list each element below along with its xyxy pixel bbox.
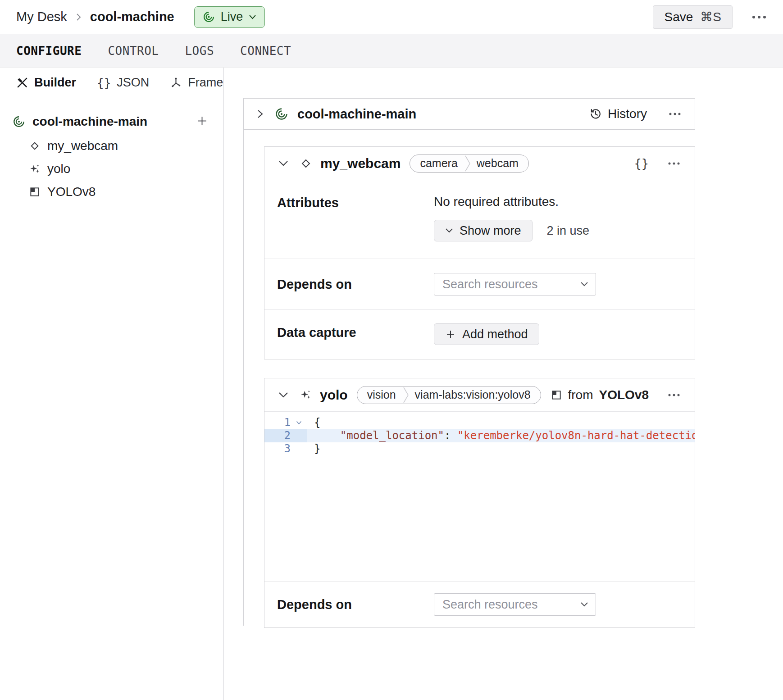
- code-line[interactable]: 3}: [264, 442, 695, 455]
- code-content[interactable]: {: [307, 416, 695, 429]
- yolo-more-button[interactable]: [667, 393, 681, 397]
- attributes-row: Attributes No required attributes. Show …: [264, 180, 695, 259]
- depends-on-row: Depends on Search resources: [264, 259, 695, 310]
- live-status-button[interactable]: Live: [194, 6, 265, 28]
- axes-icon: [170, 77, 182, 89]
- tree-item-yolov8[interactable]: YOLOv8: [0, 180, 223, 203]
- chevron-down-icon: [249, 14, 256, 20]
- breadcrumb-root-link[interactable]: My Desk: [16, 9, 67, 24]
- mode-tab-label: Frame: [188, 76, 223, 90]
- ellipsis-icon: [751, 14, 767, 20]
- tab-connect[interactable]: CONNECT: [240, 44, 291, 58]
- json-separator: :: [444, 429, 457, 442]
- yolo-service-card: yolo vision viam-labs:vision:yolov8: [264, 378, 695, 628]
- chevron-down-icon: [445, 228, 453, 233]
- tree-root-item[interactable]: cool-machine-main: [0, 109, 223, 134]
- depends-on-select[interactable]: Search resources: [434, 593, 596, 616]
- code-line[interactable]: 1{: [264, 416, 695, 429]
- type-badge-label: vision: [357, 388, 402, 401]
- breadcrumb: My Desk cool-machine: [16, 9, 174, 24]
- top-header: My Desk cool-machine Live Save ⌘: [0, 0, 783, 34]
- add-method-button[interactable]: Add method: [434, 323, 539, 345]
- history-button[interactable]: History: [589, 107, 647, 121]
- chevron-right-icon: [75, 12, 82, 23]
- content-area: Builder {} JSON Frame: [0, 68, 783, 700]
- config-mode-tabs: Builder {} JSON Frame: [0, 68, 223, 98]
- collapse-chevron-down-icon[interactable]: [278, 391, 289, 398]
- ellipsis-icon: [668, 112, 682, 116]
- model-badge-label: webcam: [471, 157, 528, 170]
- mode-tab-json[interactable]: {} JSON: [97, 76, 149, 90]
- mode-tab-builder[interactable]: Builder: [16, 76, 76, 90]
- tree-root-label: cool-machine-main: [32, 114, 147, 129]
- history-icon: [589, 108, 602, 120]
- add-method-label: Add method: [462, 327, 528, 341]
- main-nav-tabs: CONFIGURE CONTROL LOGS CONNECT: [0, 34, 783, 68]
- tree-item-label: my_webcam: [47, 139, 118, 153]
- json-key: "model_location": [340, 429, 444, 442]
- tab-logs[interactable]: LOGS: [185, 44, 214, 58]
- diamond-component-icon: [29, 140, 41, 152]
- tree-item-yolo[interactable]: yolo: [0, 157, 223, 180]
- plus-icon: [445, 329, 456, 340]
- depends-on-label: Depends on: [277, 277, 434, 292]
- attributes-code-editor[interactable]: 1{ 2 "model_location": "keremberke/yolov…: [264, 412, 695, 582]
- yolo-depends-on-row: Depends on Search resources: [264, 582, 695, 627]
- tab-configure[interactable]: CONFIGURE: [16, 44, 82, 58]
- save-shortcut: ⌘S: [700, 9, 721, 24]
- type-badge-label: camera: [410, 157, 464, 170]
- webcam-more-button[interactable]: [667, 161, 681, 166]
- braces-icon: {}: [97, 76, 111, 90]
- part-more-button[interactable]: [668, 112, 682, 116]
- tab-control[interactable]: CONTROL: [108, 44, 159, 58]
- data-capture-label: Data capture: [277, 323, 434, 345]
- attributes-label: Attributes: [277, 194, 434, 245]
- mode-tab-label: JSON: [117, 76, 149, 90]
- viam-machine-page: My Desk cool-machine Live Save ⌘: [0, 0, 783, 700]
- diamond-component-icon: [300, 157, 312, 170]
- tree-item-my-webcam[interactable]: my_webcam: [0, 134, 223, 157]
- tree-connector-line: [243, 130, 244, 626]
- indent: [314, 429, 340, 442]
- live-label: Live: [221, 10, 243, 24]
- select-placeholder: Search resources: [442, 598, 538, 612]
- part-card-actions: History: [589, 107, 682, 121]
- service-type-badge: vision viam-labs:vision:yolov8: [357, 386, 541, 404]
- machine-part-icon: [13, 115, 25, 128]
- json-view-button[interactable]: {}: [634, 156, 649, 170]
- sparkles-service-icon: [300, 389, 312, 401]
- sparkles-service-icon: [29, 163, 41, 175]
- tree-item-label: yolo: [47, 162, 70, 176]
- add-component-button[interactable]: [196, 115, 208, 128]
- header-more-button[interactable]: [751, 14, 767, 20]
- save-button[interactable]: Save ⌘S: [653, 5, 733, 29]
- fold-spacer: [291, 442, 307, 455]
- line-number: 1: [264, 416, 291, 429]
- module-icon: [551, 389, 562, 401]
- expand-part-chevron-right-icon[interactable]: [256, 108, 264, 120]
- show-more-button[interactable]: Show more: [434, 220, 533, 241]
- fold-chevron-icon[interactable]: [291, 416, 307, 429]
- tree-item-label: YOLOv8: [47, 185, 96, 199]
- from-module-name: YOLOv8: [599, 388, 649, 402]
- code-content[interactable]: }: [307, 442, 695, 455]
- mode-tab-frame[interactable]: Frame: [170, 76, 223, 90]
- model-badge-label: viam-labs:vision:yolov8: [410, 388, 541, 401]
- part-title: cool-machine-main: [297, 107, 416, 122]
- code-content[interactable]: "model_location": "keremberke/yolov8n-ha…: [307, 429, 695, 442]
- live-signal-icon: [203, 11, 215, 23]
- line-number: 3: [264, 442, 291, 455]
- ellipsis-icon: [667, 393, 681, 397]
- config-workspace: cool-machine-main History: [224, 68, 783, 700]
- attributes-empty-text: No required attributes.: [434, 195, 682, 209]
- breadcrumb-current: cool-machine: [90, 9, 174, 24]
- collapse-chevron-down-icon[interactable]: [278, 160, 289, 167]
- data-capture-row: Data capture Add method: [264, 310, 695, 359]
- machine-part-icon: [275, 107, 288, 121]
- depends-on-select[interactable]: Search resources: [434, 273, 596, 295]
- badge-divider-chevron-icon: [464, 155, 471, 172]
- code-line-active[interactable]: 2 "model_location": "keremberke/yolov8n-…: [264, 429, 695, 442]
- ellipsis-icon: [667, 161, 681, 166]
- json-string-value: "keremberke/yolov8n-hard-hat-detection": [457, 429, 695, 442]
- attributes-in-use-count: 2 in use: [547, 224, 590, 238]
